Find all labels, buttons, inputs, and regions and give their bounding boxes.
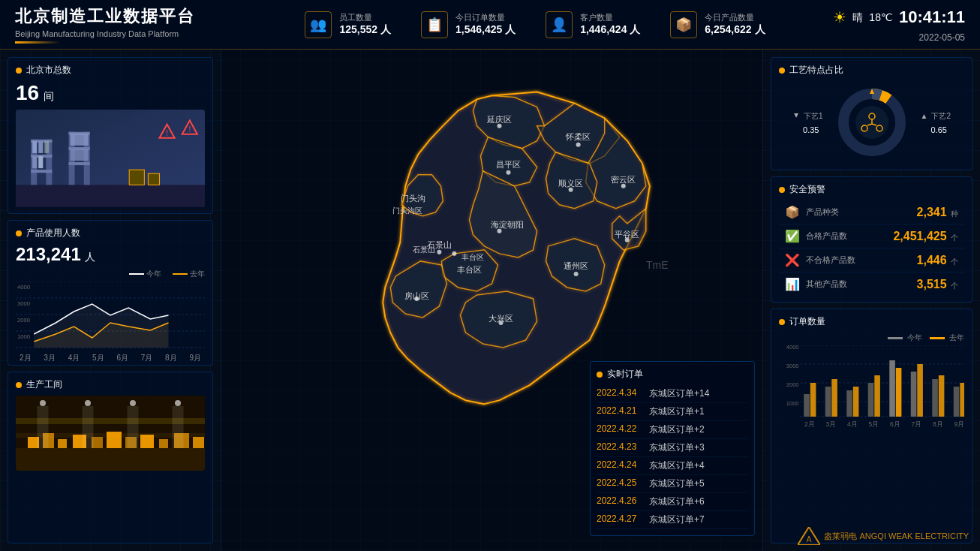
svg-text:2000: 2000 — [17, 317, 31, 324]
safety-row: ❌ 不合格产品数 1,446 个 — [779, 248, 964, 272]
order-date: 2022.4.27 — [597, 513, 649, 526]
svg-rect-115 — [889, 360, 895, 417]
svg-text:1000: 1000 — [17, 333, 31, 340]
order-date: 2022.4.21 — [597, 405, 649, 418]
svg-text:4000: 4000 — [786, 345, 800, 351]
safety-row-label: 其他产品数 — [806, 279, 847, 290]
stat-item: 👤 客户数量 1,446,424 人 — [546, 11, 640, 38]
process-ratio-title: 工艺特点占比 — [779, 64, 964, 77]
svg-rect-114 — [874, 375, 880, 417]
svg-text:3000: 3000 — [786, 363, 800, 369]
svg-text:石景山: 石景山 — [413, 245, 435, 254]
svg-text:5月: 5月 — [869, 420, 879, 428]
donut-labels-right: ▲ 下艺2 0.65 — [921, 111, 951, 134]
safety-value-number: 3,515 — [917, 278, 947, 291]
watermark: A 盎莱弱电 ANGQI WEAK ELECTRICITY — [798, 527, 969, 545]
stat-text: 今日产品数量 6,254,622 人 — [705, 12, 765, 37]
stat-value: 125,552 人 — [339, 23, 391, 37]
chart-x-label: 6月 — [116, 353, 128, 363]
main-title: 北京制造工业数据平台 — [15, 5, 255, 28]
svg-point-82 — [437, 250, 441, 254]
svg-rect-45 — [140, 435, 154, 448]
left-panel: 北京市总数 16 间 — [0, 50, 221, 551]
svg-rect-117 — [911, 372, 917, 417]
svg-rect-10 — [32, 156, 37, 168]
svg-rect-116 — [896, 368, 902, 417]
safety-row-icon: 📊 — [785, 277, 800, 291]
safety-row: ✅ 合格产品数 2,451,425 个 — [779, 224, 964, 248]
safety-row-label: 产品种类 — [806, 206, 839, 218]
bar-chart: 4000 3000 2000 1000 — [779, 345, 964, 435]
stat-label: 员工数量 — [339, 12, 391, 23]
donut-value-2: 0.65 — [921, 125, 951, 134]
svg-point-51 — [130, 400, 136, 406]
svg-text:丰台区: 丰台区 — [461, 253, 484, 261]
svg-rect-8 — [38, 141, 43, 153]
workshop-card: 生产工间 — [8, 372, 213, 543]
beijing-total-card: 北京市总数 16 间 — [8, 57, 213, 214]
chart-x-label: 2月 — [20, 353, 32, 363]
safety-row-value: 3,515 个 — [917, 278, 958, 291]
svg-rect-24 — [148, 173, 159, 185]
orders-count-title: 订单数量 — [779, 315, 964, 328]
safety-row-label: 合格产品数 — [806, 230, 847, 242]
chart-x-label: 8月 — [165, 353, 177, 363]
svg-point-74 — [625, 238, 630, 242]
workshop-title: 生产工间 — [16, 378, 205, 391]
header-weather: ☀ 晴 18℃ 10:41:11 2022-05-05 — [815, 4, 965, 44]
svg-text:1000: 1000 — [786, 400, 800, 407]
svg-rect-6 — [31, 170, 52, 173]
header: 北京制造工业数据平台 Beijing Manufacturing Industr… — [0, 0, 980, 50]
svg-rect-121 — [954, 387, 960, 417]
safety-label: ✅ 合格产品数 — [785, 229, 847, 243]
order-row: 2022.4.23 东城区订单+3 — [597, 439, 748, 457]
svg-text:!: ! — [188, 125, 191, 134]
safety-value-unit: 个 — [951, 233, 958, 242]
svg-rect-111 — [846, 390, 852, 417]
donut-chart-svg — [834, 85, 909, 160]
stat-item: 👥 员工数量 125,552 人 — [305, 11, 391, 38]
stat-item: 📋 今日订单数量 1,546,425 人 — [421, 11, 516, 38]
donut-label-2: ▲ 下艺2 — [921, 111, 951, 122]
order-detail: 东城区订单+2 — [649, 423, 748, 436]
safety-label: 📦 产品种类 — [785, 205, 839, 219]
svg-rect-107 — [804, 394, 810, 417]
svg-text:4月: 4月 — [847, 420, 858, 428]
safety-row-icon: ❌ — [785, 253, 800, 267]
svg-point-75 — [507, 170, 511, 175]
svg-point-81 — [499, 321, 504, 325]
weather-time: 10:41:11 — [899, 4, 965, 30]
order-date: 2022.4.25 — [597, 477, 649, 490]
product-users-card: 产品使用人数 213,241 人 今年 去年 — [8, 220, 213, 366]
factory-image: ! ! — [16, 110, 205, 207]
order-date: 2022.4.34 — [597, 387, 649, 400]
weather-icon: ☀ — [833, 5, 846, 29]
chart-x-label: 9月 — [189, 353, 201, 363]
svg-rect-43 — [107, 432, 122, 448]
svg-text:7月: 7月 — [912, 420, 922, 428]
svg-point-73 — [621, 184, 626, 188]
order-date: 2022.4.24 — [597, 459, 649, 472]
svg-text:3000: 3000 — [17, 300, 31, 307]
weather-condition: 晴 — [852, 9, 863, 26]
safety-row-value: 2,341 种 — [917, 206, 958, 219]
svg-point-50 — [85, 400, 91, 406]
order-detail: 东城区订单+4 — [649, 459, 748, 472]
svg-text:2月: 2月 — [804, 420, 815, 428]
svg-rect-108 — [810, 383, 816, 417]
safety-row: 📦 产品种类 2,341 种 — [779, 200, 964, 224]
svg-point-71 — [498, 124, 502, 128]
chart-x-label: 3月 — [44, 353, 56, 363]
svg-rect-16 — [69, 162, 90, 165]
donut-value-1: 0.35 — [792, 125, 822, 134]
order-row: 2022.4.25 东城区订单+5 — [597, 475, 748, 493]
safety-value-number: 1,446 — [917, 254, 947, 266]
svg-rect-119 — [932, 379, 938, 417]
safety-value-unit: 个 — [951, 282, 958, 290]
chart-x-label: 7月 — [141, 353, 153, 363]
donut-label-1: ▲ 下艺1 — [792, 111, 822, 122]
weather-temp: 18℃ — [869, 9, 893, 26]
bar-chart-legend: 今年 去年 — [779, 333, 964, 343]
order-detail: 东城区订单+7 — [649, 513, 748, 526]
svg-text:!: ! — [166, 129, 168, 137]
